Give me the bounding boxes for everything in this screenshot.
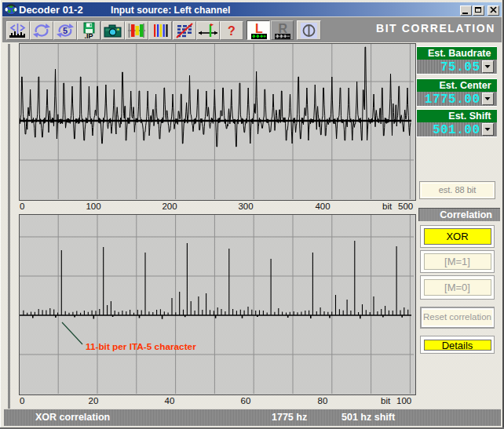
svg-text:.IP: .IP	[85, 32, 93, 39]
svg-text:?: ?	[228, 24, 236, 38]
svg-text:11-bit per ITA-5 character: 11-bit per ITA-5 character	[86, 341, 196, 352]
svg-text:5: 5	[63, 26, 68, 35]
